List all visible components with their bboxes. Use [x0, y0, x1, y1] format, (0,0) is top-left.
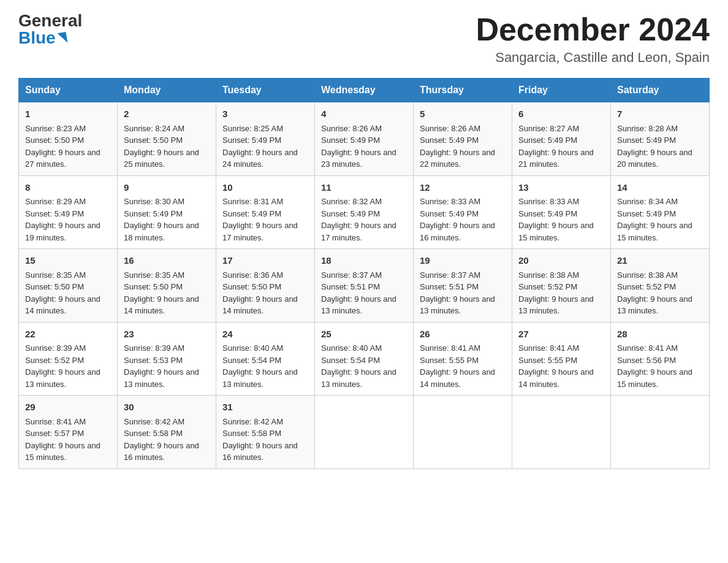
sunrise-text: Sunrise: 8:40 AM: [321, 343, 382, 353]
sunset-text: Sunset: 5:49 PM: [321, 136, 380, 145]
calendar-cell: 2Sunrise: 8:24 AMSunset: 5:50 PMDaylight…: [118, 102, 216, 176]
daylight-text: Daylight: 9 hours and 13 minutes.: [222, 367, 298, 389]
calendar-cell: [611, 396, 710, 469]
sunrise-text: Sunrise: 8:36 AM: [222, 270, 283, 280]
daylight-text: Daylight: 9 hours and 13 minutes.: [420, 294, 495, 316]
sunset-text: Sunset: 5:52 PM: [617, 282, 676, 291]
day-number: 10: [222, 181, 308, 195]
daylight-text: Daylight: 9 hours and 16 minutes.: [222, 441, 298, 462]
day-number: 6: [518, 107, 604, 121]
calendar-cell: 9Sunrise: 8:30 AMSunset: 5:49 PMDaylight…: [118, 175, 216, 249]
calendar-cell: 3Sunrise: 8:25 AMSunset: 5:49 PMDaylight…: [216, 102, 315, 176]
daylight-text: Daylight: 9 hours and 24 minutes.: [222, 148, 298, 169]
daylight-text: Daylight: 9 hours and 15 minutes.: [617, 221, 692, 242]
calendar-cell: 7Sunrise: 8:28 AMSunset: 5:49 PMDaylight…: [611, 102, 710, 176]
col-thursday: Thursday: [414, 79, 512, 102]
sunrise-text: Sunrise: 8:35 AM: [124, 270, 184, 280]
daylight-text: Daylight: 9 hours and 13 minutes.: [321, 294, 396, 316]
daylight-text: Daylight: 9 hours and 17 minutes.: [222, 221, 298, 242]
daylight-text: Daylight: 9 hours and 16 minutes.: [124, 441, 199, 462]
day-number: 9: [124, 181, 210, 195]
day-number: 14: [617, 181, 703, 195]
sunrise-text: Sunrise: 8:28 AM: [617, 124, 678, 133]
daylight-text: Daylight: 9 hours and 14 minutes.: [222, 294, 298, 316]
col-tuesday: Tuesday: [216, 79, 315, 102]
daylight-text: Daylight: 9 hours and 17 minutes.: [321, 221, 396, 242]
calendar-cell: 18Sunrise: 8:37 AMSunset: 5:51 PMDayligh…: [315, 249, 414, 323]
sunset-text: Sunset: 5:54 PM: [222, 356, 281, 365]
sunrise-text: Sunrise: 8:30 AM: [124, 197, 184, 206]
sunset-text: Sunset: 5:49 PM: [617, 209, 676, 218]
sunset-text: Sunset: 5:52 PM: [518, 282, 577, 291]
col-saturday: Saturday: [611, 79, 710, 102]
sunset-text: Sunset: 5:56 PM: [617, 356, 676, 365]
sunrise-text: Sunrise: 8:33 AM: [518, 197, 579, 206]
sunrise-text: Sunrise: 8:35 AM: [25, 270, 86, 280]
calendar-cell: 6Sunrise: 8:27 AMSunset: 5:49 PMDaylight…: [512, 102, 611, 176]
calendar-cell: 28Sunrise: 8:41 AMSunset: 5:56 PMDayligh…: [611, 322, 710, 396]
sunrise-text: Sunrise: 8:38 AM: [518, 270, 579, 280]
calendar-cell: 14Sunrise: 8:34 AMSunset: 5:49 PMDayligh…: [611, 175, 710, 249]
day-number: 1: [25, 107, 111, 121]
calendar-cell: 22Sunrise: 8:39 AMSunset: 5:52 PMDayligh…: [19, 322, 118, 396]
calendar-cell: 8Sunrise: 8:29 AMSunset: 5:49 PMDaylight…: [19, 175, 118, 249]
daylight-text: Daylight: 9 hours and 18 minutes.: [124, 221, 199, 242]
day-number: 4: [321, 107, 407, 121]
day-number: 2: [124, 107, 210, 121]
sunset-text: Sunset: 5:50 PM: [124, 282, 183, 291]
calendar-week-row: 8Sunrise: 8:29 AMSunset: 5:49 PMDaylight…: [19, 175, 710, 249]
sunset-text: Sunset: 5:50 PM: [25, 282, 84, 291]
calendar-cell: 26Sunrise: 8:41 AMSunset: 5:55 PMDayligh…: [414, 322, 512, 396]
sunrise-text: Sunrise: 8:26 AM: [321, 124, 382, 133]
calendar-cell: 30Sunrise: 8:42 AMSunset: 5:58 PMDayligh…: [118, 396, 216, 469]
calendar-week-row: 29Sunrise: 8:41 AMSunset: 5:57 PMDayligh…: [19, 396, 710, 469]
calendar-cell: 1Sunrise: 8:23 AMSunset: 5:50 PMDaylight…: [19, 102, 118, 176]
daylight-text: Daylight: 9 hours and 13 minutes.: [25, 367, 100, 389]
sunset-text: Sunset: 5:51 PM: [420, 282, 479, 291]
calendar-cell: 13Sunrise: 8:33 AMSunset: 5:49 PMDayligh…: [512, 175, 611, 249]
sunset-text: Sunset: 5:49 PM: [617, 136, 676, 145]
calendar-cell: 19Sunrise: 8:37 AMSunset: 5:51 PMDayligh…: [414, 249, 512, 323]
calendar-cell: 23Sunrise: 8:39 AMSunset: 5:53 PMDayligh…: [118, 322, 216, 396]
calendar-cell: 25Sunrise: 8:40 AMSunset: 5:54 PMDayligh…: [315, 322, 414, 396]
sunrise-text: Sunrise: 8:24 AM: [124, 124, 184, 133]
calendar-cell: 16Sunrise: 8:35 AMSunset: 5:50 PMDayligh…: [118, 249, 216, 323]
day-number: 29: [25, 400, 111, 415]
calendar-cell: 31Sunrise: 8:42 AMSunset: 5:58 PMDayligh…: [216, 396, 315, 469]
day-number: 15: [25, 254, 111, 268]
day-number: 30: [124, 400, 210, 415]
sunset-text: Sunset: 5:57 PM: [25, 429, 84, 438]
sunrise-text: Sunrise: 8:23 AM: [25, 124, 86, 133]
calendar-cell: 21Sunrise: 8:38 AMSunset: 5:52 PMDayligh…: [611, 249, 710, 323]
calendar-cell: [315, 396, 414, 469]
sunset-text: Sunset: 5:49 PM: [321, 209, 380, 218]
sunset-text: Sunset: 5:49 PM: [25, 209, 84, 218]
sunset-text: Sunset: 5:53 PM: [124, 356, 183, 365]
sunrise-text: Sunrise: 8:42 AM: [222, 417, 283, 426]
sunrise-text: Sunrise: 8:29 AM: [25, 197, 86, 206]
calendar-cell: 4Sunrise: 8:26 AMSunset: 5:49 PMDaylight…: [315, 102, 414, 176]
daylight-text: Daylight: 9 hours and 19 minutes.: [25, 221, 100, 242]
day-number: 19: [420, 254, 506, 268]
sunset-text: Sunset: 5:50 PM: [222, 282, 281, 291]
sunset-text: Sunset: 5:51 PM: [321, 282, 380, 291]
daylight-text: Daylight: 9 hours and 13 minutes.: [321, 367, 396, 389]
col-monday: Monday: [118, 79, 216, 102]
daylight-text: Daylight: 9 hours and 13 minutes.: [124, 367, 199, 389]
sunset-text: Sunset: 5:49 PM: [420, 136, 479, 145]
day-number: 21: [617, 254, 703, 268]
sunrise-text: Sunrise: 8:27 AM: [518, 124, 579, 133]
day-number: 27: [518, 327, 604, 342]
day-number: 20: [518, 254, 604, 268]
month-year-title: December 2024: [476, 12, 710, 47]
day-number: 11: [321, 181, 407, 195]
page-header: General Blue December 2024 Sangarcia, Ca…: [18, 12, 710, 66]
daylight-text: Daylight: 9 hours and 16 minutes.: [420, 221, 495, 242]
sunrise-text: Sunrise: 8:40 AM: [222, 343, 283, 353]
day-number: 24: [222, 327, 308, 342]
calendar-cell: 10Sunrise: 8:31 AMSunset: 5:49 PMDayligh…: [216, 175, 315, 249]
sunrise-text: Sunrise: 8:32 AM: [321, 197, 382, 206]
day-number: 18: [321, 254, 407, 268]
sunset-text: Sunset: 5:49 PM: [518, 136, 577, 145]
calendar-cell: [414, 396, 512, 469]
